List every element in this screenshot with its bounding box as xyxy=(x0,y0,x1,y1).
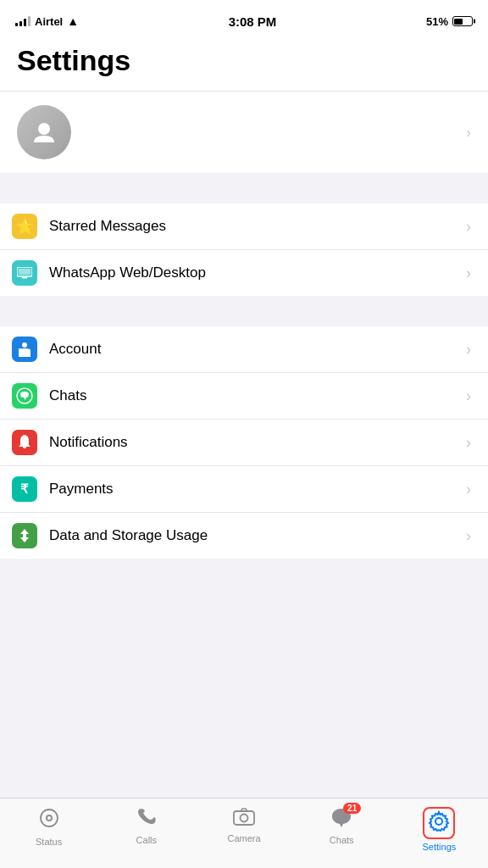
chevron-icon: › xyxy=(466,387,471,405)
svg-point-0 xyxy=(38,123,50,135)
tab-camera[interactable]: Camera xyxy=(195,805,292,843)
chats-tab-label: Chats xyxy=(330,835,354,845)
svg-rect-2 xyxy=(19,269,30,275)
profile-info-left xyxy=(17,105,85,159)
signal-icon xyxy=(15,16,30,26)
web-label: WhatsApp Web/Desktop xyxy=(49,264,454,281)
svg-rect-9 xyxy=(234,811,254,825)
settings-item-storage[interactable]: Data and Storage Usage › xyxy=(0,513,488,559)
calls-tab-icon xyxy=(136,807,157,832)
svg-point-12 xyxy=(436,819,441,824)
svg-point-10 xyxy=(241,815,248,822)
chevron-icon: › xyxy=(466,434,471,452)
chevron-icon: › xyxy=(466,264,471,282)
svg-point-8 xyxy=(47,816,51,820)
web-icon xyxy=(12,260,37,286)
clock: 3:08 PM xyxy=(229,14,277,29)
storage-label: Data and Storage Usage xyxy=(49,527,454,544)
settings-section-main: Account › Chats › Notifications › ₹ Paym… xyxy=(0,326,488,559)
payments-icon: ₹ xyxy=(12,476,37,502)
camera-tab-label: Camera xyxy=(227,833,260,843)
section-gap-2 xyxy=(0,296,488,326)
tab-calls[interactable]: Calls xyxy=(97,805,195,845)
svg-rect-3 xyxy=(22,277,27,279)
carrier-signal: Airtel ▲ xyxy=(15,14,79,28)
chevron-icon: › xyxy=(466,218,471,236)
battery-area: 51% xyxy=(426,15,473,28)
starred-icon: ⭐ xyxy=(12,214,37,239)
wifi-icon: ▲ xyxy=(67,14,79,28)
settings-tab-label: Settings xyxy=(423,842,457,852)
settings-section-utilities: ⭐ Starred Messages › WhatsApp Web/Deskto… xyxy=(0,203,488,296)
settings-item-web[interactable]: WhatsApp Web/Desktop › xyxy=(0,250,488,296)
settings-item-notifications[interactable]: Notifications › xyxy=(0,420,488,466)
page-title: Settings xyxy=(17,44,471,77)
chevron-icon: › xyxy=(466,341,471,359)
calls-tab-label: Calls xyxy=(136,835,157,845)
tab-bar: Status Calls Camera 21 Chats xyxy=(0,798,488,868)
notifications-icon xyxy=(12,430,37,455)
tab-settings[interactable]: Settings xyxy=(391,805,488,852)
settings-item-account[interactable]: Account › xyxy=(0,326,488,373)
account-icon xyxy=(12,337,37,362)
profile-chevron-icon: › xyxy=(466,124,471,142)
settings-item-payments[interactable]: ₹ Payments › xyxy=(0,466,488,513)
settings-item-starred[interactable]: ⭐ Starred Messages › xyxy=(0,203,488,250)
starred-label: Starred Messages xyxy=(49,218,454,235)
status-bar: Airtel ▲ 3:08 PM 51% xyxy=(0,0,488,37)
storage-icon xyxy=(12,523,37,548)
chats-label: Chats xyxy=(49,387,454,404)
tab-chats[interactable]: 21 Chats xyxy=(293,805,391,845)
chats-icon xyxy=(12,383,37,409)
avatar xyxy=(17,105,71,159)
page-title-area: Settings xyxy=(0,37,488,92)
tab-status[interactable]: Status xyxy=(0,805,97,847)
battery-percent: 51% xyxy=(426,15,448,28)
chevron-icon: › xyxy=(466,527,471,545)
settings-tab-box xyxy=(423,807,455,839)
camera-tab-icon xyxy=(233,807,255,831)
carrier-name: Airtel xyxy=(35,15,63,28)
status-tab-label: Status xyxy=(36,837,62,847)
account-label: Account xyxy=(49,341,454,358)
chats-badge: 21 xyxy=(343,803,361,814)
profile-row[interactable]: › xyxy=(0,92,488,173)
status-tab-icon xyxy=(38,807,60,834)
section-gap-1 xyxy=(0,173,488,203)
settings-item-chats[interactable]: Chats › xyxy=(0,373,488,420)
chevron-icon: › xyxy=(466,481,471,498)
chats-badge-wrapper: 21 xyxy=(330,807,352,832)
payments-label: Payments xyxy=(49,481,454,498)
battery-icon xyxy=(452,16,473,26)
notifications-label: Notifications xyxy=(49,434,454,451)
